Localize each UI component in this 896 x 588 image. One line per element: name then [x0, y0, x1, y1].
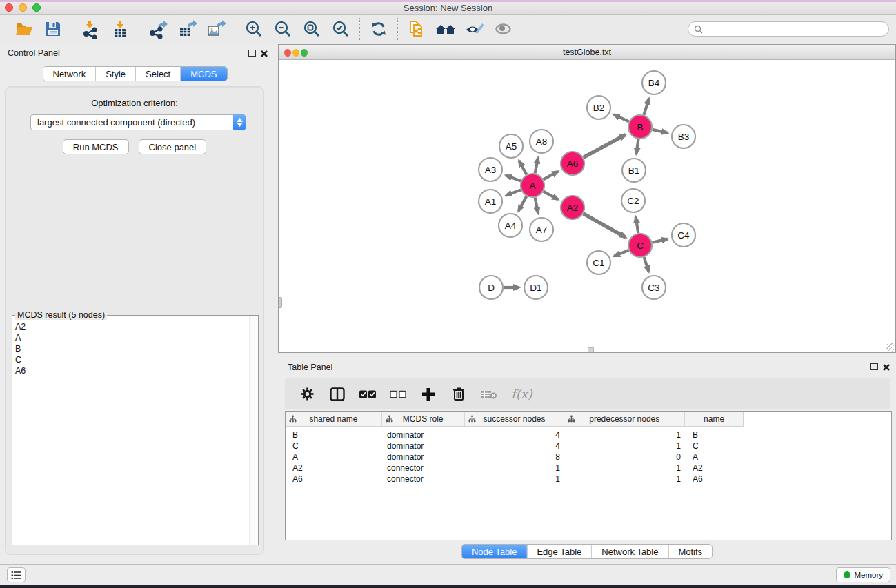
criterion-select[interactable]: largest connected component (directed)	[30, 114, 246, 130]
network-canvas[interactable]: B4B2BB3A8A5A6A3B1AC2A1A2A4A7C4CC1C3DD1	[279, 61, 895, 352]
table-cell[interactable]: B	[286, 430, 382, 440]
column-header-successor-nodes[interactable]: successor nodes	[465, 412, 565, 426]
open-session-icon[interactable]	[14, 19, 34, 39]
zoom-out-icon[interactable]	[272, 19, 293, 39]
memory-button[interactable]: Memory	[836, 567, 890, 582]
table-cell[interactable]: 1	[565, 441, 686, 451]
import-table-icon[interactable]	[110, 19, 130, 39]
network-window-titlebar[interactable]: testGlobe.txt	[279, 45, 895, 60]
graph-edge-B-B2[interactable]	[614, 114, 629, 121]
task-history-button[interactable]	[7, 567, 26, 582]
export-table-icon[interactable]	[177, 19, 197, 39]
result-scrollbar[interactable]	[249, 316, 257, 545]
graph-edge-A-A7[interactable]	[535, 198, 539, 214]
graph-edge-A-A5[interactable]	[519, 161, 527, 174]
network-resize-grip[interactable]	[886, 343, 895, 352]
table-row[interactable]: A2connector11A2	[286, 463, 891, 474]
table-cell[interactable]: A	[686, 452, 744, 462]
add-row-icon[interactable]	[420, 386, 437, 403]
table-cell[interactable]: C	[686, 441, 744, 451]
table-float-icon[interactable]	[870, 363, 878, 370]
refresh-icon[interactable]	[368, 19, 389, 39]
graph-edge-B-B4[interactable]	[644, 99, 648, 115]
zoom-in-icon[interactable]	[243, 19, 264, 39]
table-cell[interactable]: A2	[286, 463, 382, 473]
table-cell[interactable]: A6	[686, 474, 744, 484]
table-cell[interactable]: C	[286, 441, 382, 451]
graph-edge-C-C4[interactable]	[653, 239, 668, 243]
graph-edge-A-A1[interactable]	[506, 190, 521, 195]
function-builder-icon[interactable]: f(x)	[511, 387, 532, 401]
table-options-icon[interactable]	[299, 386, 315, 403]
graph-edge-A-A8[interactable]	[535, 158, 539, 174]
table-cell[interactable]: dominator	[382, 452, 465, 462]
graph-edge-B-B1[interactable]	[636, 139, 638, 154]
table-cell[interactable]: 4	[465, 441, 565, 451]
float-panel-icon[interactable]	[248, 50, 256, 57]
graph-edge-B-B3[interactable]	[653, 130, 668, 133]
tab-network[interactable]: Network	[43, 67, 95, 81]
result-item[interactable]: A2	[15, 321, 26, 332]
result-item[interactable]: A6	[15, 365, 26, 376]
duplicate-network-icon[interactable]	[406, 19, 427, 39]
table-cell[interactable]: A2	[686, 463, 744, 473]
show-columns-icon[interactable]	[329, 386, 346, 403]
close-panel-button[interactable]: Close panel	[139, 139, 207, 154]
table-cell[interactable]: 1	[565, 463, 686, 473]
network-horizontal-scrollbar[interactable]	[588, 347, 594, 352]
graph-edge-C-C2[interactable]	[636, 217, 639, 234]
table-cell[interactable]: 1	[565, 474, 686, 484]
select-all-icon[interactable]	[359, 386, 376, 403]
result-item[interactable]: A	[15, 332, 26, 343]
search-input[interactable]	[703, 24, 888, 34]
column-header-name[interactable]: name	[685, 412, 743, 426]
graph-edge-C-C3[interactable]	[644, 257, 649, 272]
delete-row-icon[interactable]	[450, 386, 467, 403]
network-vertical-scrollbar[interactable]	[279, 297, 282, 308]
graph-edge-A-A3[interactable]	[506, 176, 521, 181]
graph-edge-A-A2[interactable]	[544, 192, 558, 200]
run-mcds-button[interactable]: Run MCDS	[63, 139, 129, 154]
export-network-icon[interactable]	[148, 19, 168, 39]
import-network-icon[interactable]	[81, 19, 101, 39]
table-cell[interactable]: 1	[465, 463, 565, 473]
table-row[interactable]: A6connector11A6	[286, 474, 891, 485]
table-cell[interactable]: 1	[565, 430, 686, 440]
result-item[interactable]: B	[15, 343, 26, 354]
graph-edge-A2-C[interactable]	[584, 214, 626, 238]
delete-table-icon[interactable]	[481, 386, 497, 403]
tab-network-table[interactable]: Network Table	[591, 545, 668, 558]
table-cell[interactable]: 4	[465, 430, 565, 440]
table-row[interactable]: Bdominator41B	[286, 429, 891, 440]
deselect-all-icon[interactable]	[390, 386, 406, 403]
export-image-icon[interactable]	[206, 19, 226, 39]
tab-style[interactable]: Style	[95, 67, 135, 81]
graph-edge-A-A4[interactable]	[519, 196, 527, 211]
show-graphics-details-icon[interactable]	[493, 19, 514, 39]
table-cell[interactable]: B	[686, 430, 744, 440]
graph-edge-C-C1[interactable]	[614, 250, 628, 256]
table-cell[interactable]: 8	[465, 452, 565, 462]
column-header-predecessor-nodes[interactable]: predecessor nodes	[564, 412, 685, 426]
table-row[interactable]: Cdominator41C	[286, 440, 891, 452]
column-header-shared-name[interactable]: shared name	[286, 412, 382, 426]
save-session-icon[interactable]	[43, 19, 63, 39]
graph-edge-A-A6[interactable]	[544, 172, 558, 180]
table-cell[interactable]: connector	[382, 463, 465, 473]
tab-node-table[interactable]: Node Table	[462, 545, 527, 558]
result-item[interactable]: C	[15, 354, 26, 365]
tab-edge-table[interactable]: Edge Table	[526, 545, 591, 558]
show-all-panels-icon[interactable]	[435, 19, 456, 39]
search-field[interactable]	[688, 21, 889, 37]
tab-motifs[interactable]: Motifs	[668, 545, 712, 558]
table-cell[interactable]: A	[286, 452, 382, 462]
tab-mcds[interactable]: MCDS	[180, 67, 226, 81]
column-header-mcds-role[interactable]: MCDS role	[382, 412, 465, 426]
table-cell[interactable]: dominator	[382, 441, 465, 451]
close-panel-icon[interactable]	[260, 50, 268, 58]
table-cell[interactable]: 0	[565, 452, 686, 462]
table-cell[interactable]: connector	[382, 474, 465, 484]
zoom-fit-icon[interactable]	[301, 19, 322, 39]
graph-edge-A6-B[interactable]	[584, 134, 626, 157]
table-cell[interactable]: A6	[286, 474, 382, 484]
